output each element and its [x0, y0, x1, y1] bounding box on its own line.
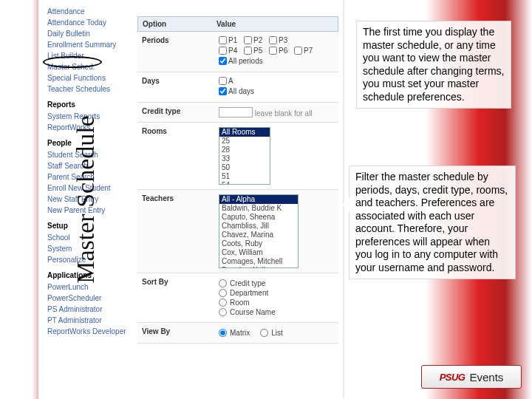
sidebar-item[interactable]: Special Functions	[47, 72, 130, 83]
logo-badge: PSUG Events	[421, 365, 522, 389]
checkbox-p2[interactable]	[244, 36, 252, 44]
logo-suffix: Events	[469, 371, 503, 383]
checkbox-p3[interactable]	[269, 36, 277, 44]
sidebar-item[interactable]: Attendance	[47, 6, 130, 17]
sidebar-item[interactable]: Teacher Schedules	[47, 83, 130, 95]
logo-brand: PSUG	[440, 372, 466, 383]
col-value: Value	[216, 20, 236, 28]
sidebar-item[interactable]: Enrollment Summary	[47, 39, 130, 50]
row-label-periods: Periods	[142, 36, 216, 44]
sidebar-item[interactable]: ReportWorks Developer	[47, 326, 130, 337]
sidebar-item[interactable]: Attendance Today	[47, 17, 130, 28]
radio-sort-room[interactable]	[219, 299, 227, 307]
checkbox-p5[interactable]	[244, 47, 252, 55]
credit-hint: leave blank for all	[255, 109, 313, 117]
sidebar-item-master-schedule[interactable]: Master Sched.	[47, 61, 130, 72]
row-label-rooms: Rooms	[142, 127, 216, 135]
sidebar-item[interactable]: PowerScheduler	[47, 293, 130, 304]
row-label-teachers: Teachers	[142, 194, 216, 202]
radio-view-list[interactable]	[260, 329, 268, 337]
sidebar-header-reports: Reports	[47, 95, 130, 111]
row-label-viewby: View By	[142, 327, 216, 335]
col-option: Option	[143, 20, 216, 28]
checkbox-all-days[interactable]	[219, 87, 227, 95]
checkbox-p7[interactable]	[294, 47, 302, 55]
sidebar-item[interactable]: Daily Bulletin	[47, 28, 130, 39]
rooms-listbox[interactable]: All Rooms 25 28 33 50 51 54 55	[219, 127, 270, 185]
teachers-listbox[interactable]: All - Alpha Baldwin, Buddie K Caputo, Sh…	[219, 194, 299, 268]
radio-sort-credit[interactable]	[219, 279, 227, 287]
row-label-sortby: Sort By	[142, 278, 216, 286]
callout-filter: Filter the master schedule by periods, d…	[349, 166, 516, 279]
radio-view-matrix[interactable]	[219, 329, 227, 337]
credit-type-input[interactable]	[219, 107, 253, 117]
sidebar-item[interactable]: PS Administrator	[47, 304, 130, 315]
sidebar-item[interactable]: PT Administrator	[47, 315, 130, 326]
checkbox-p6[interactable]	[269, 47, 277, 55]
checkbox-day-a[interactable]	[219, 77, 227, 85]
page-title: Master Schedule	[72, 115, 100, 284]
checkbox-p1[interactable]	[219, 36, 227, 44]
row-label-credit: Credit type	[142, 107, 216, 115]
radio-sort-course[interactable]	[219, 308, 227, 316]
checkbox-all-periods[interactable]	[219, 57, 227, 65]
checkbox-p4[interactable]	[219, 47, 227, 55]
callout-intro: The first time you display the master sc…	[356, 21, 511, 109]
radio-sort-dept[interactable]	[219, 289, 227, 297]
preferences-table: Option Value Periods P1 P2 P3 P4 P5 P6 P…	[137, 16, 338, 393]
row-label-days: Days	[142, 77, 216, 85]
sidebar-item[interactable]: List Builder	[47, 50, 130, 61]
